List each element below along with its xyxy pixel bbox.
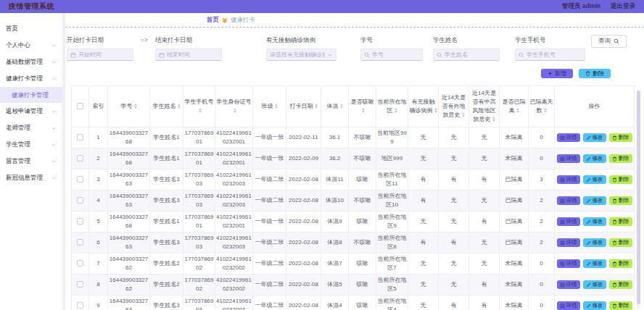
- row-trash-button[interactable]: 删除: [609, 217, 632, 226]
- sort-icon[interactable]: [362, 108, 365, 113]
- row-detail-button[interactable]: 详情: [557, 154, 580, 163]
- row-edit-button[interactable]: 修改: [583, 280, 606, 289]
- sidebar-item[interactable]: 学生管理: [0, 136, 62, 153]
- column-header-7[interactable]: 打卡日期: [286, 86, 321, 127]
- column-header-6[interactable]: 班级: [253, 86, 286, 127]
- sidebar-item[interactable]: 新冠信息管理: [0, 169, 62, 186]
- sidebar-subitem[interactable]: 健康打卡管理: [0, 87, 62, 103]
- row-trash-button[interactable]: 删除: [609, 196, 632, 205]
- filter-select[interactable]: 请选择有无接触确诊病例: [266, 49, 337, 61]
- row-edit-button[interactable]: 修改: [583, 259, 606, 268]
- row-action-label: 删除: [619, 197, 629, 204]
- filter-input[interactable]: 结束时间: [155, 49, 222, 61]
- row-edit-button[interactable]: 修改: [583, 238, 606, 247]
- row-checkbox[interactable]: [77, 176, 83, 183]
- row-detail-button[interactable]: 详情: [557, 133, 580, 142]
- column-header-5[interactable]: 学生身份证号: [215, 86, 253, 127]
- scrollbar-thumb[interactable]: [637, 91, 640, 304]
- row-edit-button[interactable]: 修改: [583, 175, 606, 184]
- column-header-3[interactable]: 学生姓名: [150, 86, 183, 127]
- row-checkbox[interactable]: [77, 239, 83, 246]
- row-detail-button[interactable]: 详情: [557, 280, 580, 289]
- edit-pencil-icon: [586, 156, 591, 162]
- column-header-8[interactable]: 体温: [321, 86, 349, 127]
- column-header-13[interactable]: 近14天是否有中高风险地区旅居史: [469, 86, 500, 127]
- row-edit-button[interactable]: 修改: [583, 133, 606, 142]
- logout-link[interactable]: 退出登录: [611, 2, 635, 11]
- trash-icon: [612, 282, 617, 288]
- cell-risk_history: 无: [469, 190, 500, 211]
- column-header-10[interactable]: 当前所在地区: [376, 86, 408, 127]
- column-header-11[interactable]: 有无接触确诊病例: [408, 86, 439, 127]
- row-trash-button[interactable]: 删除: [609, 175, 632, 184]
- sidebar-item[interactable]: 基础数据管理: [0, 54, 62, 70]
- row-trash-button[interactable]: 删除: [609, 280, 632, 289]
- row-trash-button[interactable]: 删除: [609, 238, 632, 247]
- column-header-9[interactable]: 是否咳嗽: [349, 86, 376, 127]
- sort-icon[interactable]: [134, 104, 137, 109]
- row-trash-button[interactable]: 删除: [609, 133, 632, 142]
- row-checkbox[interactable]: [77, 302, 83, 309]
- sort-icon[interactable]: [544, 108, 547, 113]
- user-account[interactable]: 管理员 admin: [562, 2, 600, 11]
- row-checkbox[interactable]: [77, 134, 83, 141]
- row-checkbox[interactable]: [77, 260, 83, 267]
- sidebar-item[interactable]: 留言管理: [0, 153, 62, 169]
- row-edit-button[interactable]: 修改: [583, 217, 606, 226]
- row-trash-button[interactable]: 删除: [609, 301, 632, 310]
- row-detail-button[interactable]: 详情: [557, 196, 580, 205]
- sidebar-item[interactable]: 个人中心: [0, 37, 62, 54]
- row-detail-button[interactable]: 详情: [557, 259, 580, 268]
- row-checkbox[interactable]: [77, 281, 83, 288]
- sort-icon[interactable]: [516, 108, 519, 113]
- column-header-4[interactable]: 学生手机号: [183, 86, 215, 127]
- sort-icon[interactable]: [275, 104, 278, 109]
- delete-button[interactable]: 删除: [579, 69, 611, 78]
- row-detail-button[interactable]: 详情: [557, 301, 580, 310]
- sort-icon[interactable]: [395, 108, 397, 113]
- sidebar-item[interactable]: 健康打卡管理: [0, 70, 62, 87]
- add-button[interactable]: 新增: [541, 69, 573, 78]
- row-detail-button[interactable]: 详情: [557, 217, 580, 226]
- column-header-12[interactable]: 近14天是否有外地旅居史: [439, 86, 469, 127]
- column-header-2[interactable]: 学号: [108, 86, 150, 127]
- row-detail-button[interactable]: 详情: [557, 238, 580, 247]
- select-all-checkbox[interactable]: [77, 103, 83, 109]
- row-detail-button[interactable]: 详情: [557, 175, 580, 184]
- sort-icon[interactable]: [462, 112, 465, 117]
- sidebar-item-label: 老师管理: [6, 124, 30, 133]
- row-checkbox[interactable]: [77, 197, 83, 204]
- row-action-label: 详情: [566, 260, 577, 267]
- row-trash-button[interactable]: 删除: [609, 259, 632, 268]
- sort-icon[interactable]: [178, 104, 181, 109]
- row-checkbox[interactable]: [77, 218, 83, 225]
- sort-icon[interactable]: [340, 104, 343, 109]
- filter-label: 结束打卡日期: [155, 36, 222, 45]
- sort-icon[interactable]: [434, 108, 437, 113]
- row-edit-button[interactable]: 修改: [583, 301, 606, 310]
- column-header-15[interactable]: 已隔离天数: [529, 86, 555, 127]
- filter-input[interactable]: 学生姓名: [433, 49, 500, 61]
- column-header-14[interactable]: 是否已隔离: [500, 86, 529, 127]
- row-edit-button[interactable]: 修改: [583, 196, 606, 205]
- cell-risk_history: 无: [469, 254, 500, 275]
- row-edit-button[interactable]: 修改: [583, 154, 606, 163]
- filter-input[interactable]: 学号: [360, 49, 423, 61]
- sidebar-item[interactable]: 返校申请管理: [0, 103, 62, 120]
- breadcrumb-home-link[interactable]: 首页: [207, 16, 219, 25]
- filter-input[interactable]: 学生手机号: [515, 49, 585, 61]
- filter-input[interactable]: 开始时间: [67, 49, 133, 61]
- sidebar-item[interactable]: 老师管理: [0, 120, 62, 136]
- sort-icon[interactable]: [492, 117, 495, 122]
- sort-icon[interactable]: [199, 108, 202, 113]
- filter-field: 学生姓名学生姓名: [433, 36, 500, 61]
- filter-label: 有无接触确诊病例: [266, 36, 337, 45]
- row-checkbox[interactable]: [77, 155, 83, 162]
- sort-icon[interactable]: [234, 108, 236, 113]
- placeholder-text: 学生手机号: [527, 51, 582, 59]
- sidebar-item[interactable]: 首页: [0, 20, 62, 37]
- row-trash-button[interactable]: 删除: [609, 154, 632, 163]
- sort-icon[interactable]: [315, 104, 318, 109]
- vertical-scrollbar[interactable]: [637, 91, 640, 309]
- query-button[interactable]: 查询: [591, 35, 627, 48]
